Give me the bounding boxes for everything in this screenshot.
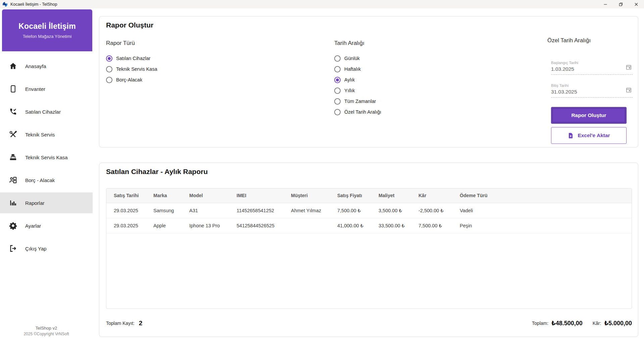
radio-gunluk[interactable]: Günlük <box>334 54 381 63</box>
radio-teknik-servis-kasa[interactable]: Teknik Servis Kasa <box>106 65 157 73</box>
column-header-satis-fiyati[interactable]: Satış Fiyatı <box>337 188 379 203</box>
column-header-satis-tarihi[interactable]: Satış Tarihi <box>106 188 153 203</box>
radio-label: Teknik Servis Kasa <box>116 66 157 72</box>
restore-button[interactable] <box>613 0 629 8</box>
column-header-maliyet[interactable]: Maliyet <box>379 188 418 203</box>
minimize-button[interactable] <box>598 0 613 8</box>
radio-satilan-cihazlar[interactable]: Satılan Cihazlar <box>106 54 157 63</box>
table-cell: 3,500.00 ₺ <box>379 203 418 218</box>
generate-report-button[interactable]: Rapor Oluştur <box>551 107 627 124</box>
totals: Toplam: ₺48.500,00 Kâr: ₺5.000,00 <box>532 320 632 327</box>
column-header-musteri[interactable]: Müşteri <box>291 188 337 203</box>
radio-aylik[interactable]: Aylık <box>334 75 381 84</box>
export-excel-label: Excel'e Aktar <box>578 132 610 138</box>
sidebar-item-cikis-yap[interactable]: Çıkış Yap <box>0 238 93 259</box>
date-range-radio-group: GünlükHaftalıkAylıkYıllıkTüm ZamanlarÖze… <box>334 54 381 116</box>
sidebar-item-teknik-servis-kasa[interactable]: Teknik Servis Kasa <box>0 147 93 168</box>
sidebar-nav: AnasayfaEnvanterSatılan CihazlarTeknik S… <box>0 51 93 259</box>
table-cell: 41,000.00 ₺ <box>337 218 379 233</box>
radio-circle-icon <box>334 88 341 94</box>
table-cell: 54125844526525 <box>237 218 291 233</box>
cash-register-icon <box>9 153 17 161</box>
radio-yillik[interactable]: Yıllık <box>334 86 381 95</box>
start-calendar-icon[interactable] <box>626 64 632 70</box>
column-header-model[interactable]: Model <box>189 188 237 203</box>
end-date-field[interactable]: Bitiş Tarihi 31.03.2025 <box>551 83 633 98</box>
profit-label: Kâr: <box>593 321 601 326</box>
profit-value: ₺5.000,00 <box>604 320 632 327</box>
column-header-marka[interactable]: Marka <box>153 188 189 203</box>
sidebar-item-raporlar[interactable]: Raporlar <box>0 192 93 213</box>
radio-circle-icon <box>106 55 112 62</box>
sidebar-item-satilan-cihazlar[interactable]: Satılan Cihazlar <box>0 101 93 122</box>
start-date-field[interactable]: Başlangıç Tarihi 1.03.2025 <box>551 61 633 75</box>
end-date-label: Bitiş Tarihi <box>551 83 633 88</box>
table-cell: 29.03.2025 <box>106 203 153 218</box>
table-row[interactable]: 29.03.2025SamsungA3111452658541252Ahmet … <box>106 203 632 218</box>
brand-title: Kocaeli İletişim <box>18 22 76 31</box>
radio-label: Satılan Cihazlar <box>116 56 150 61</box>
sidebar-item-label: Anasayfa <box>25 63 46 69</box>
window-controls <box>598 0 644 8</box>
sidebar-item-label: Teknik Servis Kasa <box>25 155 68 160</box>
end-date-value: 31.03.2025 <box>551 89 633 95</box>
gear-icon <box>9 222 17 230</box>
close-icon <box>634 2 638 6</box>
radio-label: Borç-Alacak <box>116 77 142 82</box>
sidebar-item-envanter[interactable]: Envanter <box>0 78 93 99</box>
radio-label: Yıllık <box>344 88 355 93</box>
radio-tum-zamanlar[interactable]: Tüm Zamanlar <box>334 97 381 106</box>
custom-range-section: Özel Tarih Aralığı Başlangıç Tarihi 1.03… <box>551 37 633 144</box>
phone-check-icon <box>9 108 17 116</box>
radio-borc-alacak[interactable]: Borç-Alacak <box>106 75 157 84</box>
radio-circle-icon <box>334 98 341 105</box>
radio-circle-icon <box>334 109 341 115</box>
custom-range-label: Özel Tarih Aralığı <box>547 37 633 44</box>
radio-ozel-tarih-araligi[interactable]: Özel Tarih Aralığı <box>334 108 381 116</box>
sidebar-item-label: Satılan Cihazlar <box>25 109 61 115</box>
close-button[interactable] <box>629 0 644 8</box>
excel-file-icon <box>567 132 574 139</box>
table-cell: Apple <box>153 218 189 233</box>
start-date-value: 1.03.2025 <box>551 66 633 72</box>
record-count-label: Toplam Kayıt: <box>106 321 135 326</box>
minimize-icon <box>603 2 607 6</box>
table-cell: Vadeli <box>460 203 632 218</box>
table-cell: 7,500.00 ₺ <box>337 203 379 218</box>
column-header-odeme-turu[interactable]: Ödeme Türü <box>460 188 632 203</box>
sidebar-item-label: Çıkış Yap <box>25 246 47 251</box>
table-cell: Ahmet Yılmaz <box>291 203 337 218</box>
person-money-icon <box>9 176 17 184</box>
report-builder-title: Rapor Oluştur <box>106 21 153 29</box>
radio-label: Özel Tarih Aralığı <box>344 109 381 115</box>
report-type-radio-group: Satılan CihazlarTeknik Servis KasaBorç-A… <box>106 54 157 84</box>
report-summary: Toplam Kayıt: 2 Toplam: ₺48.500,00 Kâr: … <box>106 315 632 332</box>
radio-label: Aylık <box>344 77 355 82</box>
table-row[interactable]: 29.03.2025AppleIphone 13 Pro541258445265… <box>106 218 632 233</box>
start-date-label: Başlangıç Tarihi <box>551 61 633 65</box>
date-range-label: Tarih Aralığı <box>334 40 381 47</box>
table-cell: 7,500.00 ₺ <box>418 218 460 233</box>
restore-icon <box>619 2 623 6</box>
end-calendar-icon[interactable] <box>626 87 632 93</box>
date-range-section: Tarih Aralığı GünlükHaftalıkAylıkYıllıkT… <box>334 40 381 118</box>
table-cell: 29.03.2025 <box>106 218 153 233</box>
sidebar-item-borc-alacak[interactable]: Borç - Alacak <box>0 170 93 190</box>
smartphone-icon <box>9 85 17 93</box>
app-icon <box>2 2 8 7</box>
radio-circle-icon <box>334 77 341 83</box>
table-cell <box>291 218 337 233</box>
total-value: ₺48.500,00 <box>551 320 583 327</box>
sidebar-item-ayarlar[interactable]: Ayarlar <box>0 215 93 236</box>
sidebar-item-teknik-servis[interactable]: Teknik Servis <box>0 124 93 145</box>
column-header-k-r[interactable]: Kâr <box>418 188 460 203</box>
radio-haftalik[interactable]: Haftalık <box>334 65 381 73</box>
total-label: Toplam: <box>532 321 548 326</box>
report-type-label: Rapor Türü <box>106 40 157 47</box>
export-excel-button[interactable]: Excel'e Aktar <box>551 127 627 144</box>
table-cell: A31 <box>189 203 237 218</box>
column-header-imei[interactable]: IMEI <box>237 188 291 203</box>
sidebar-item-anasayfa[interactable]: Anasayfa <box>0 56 93 76</box>
sidebar-item-label: Raporlar <box>25 200 45 206</box>
record-count: Toplam Kayıt: 2 <box>106 320 142 327</box>
